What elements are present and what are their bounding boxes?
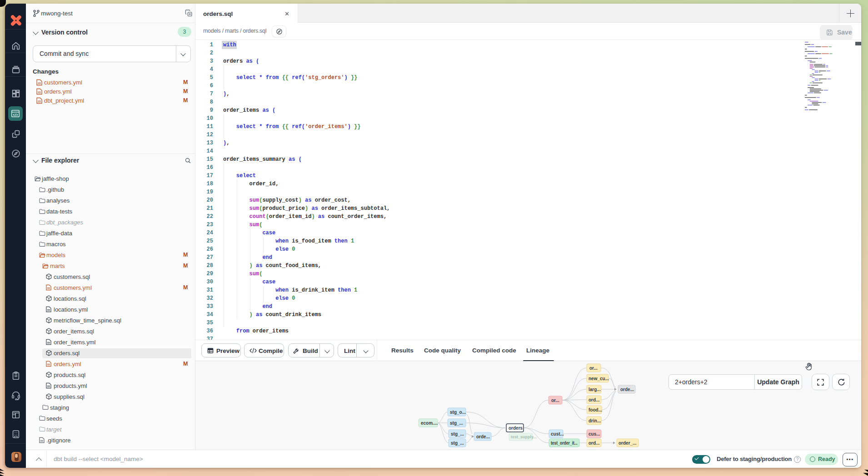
svg-text:or...: or... bbox=[551, 398, 559, 403]
svg-text:ecom....: ecom.... bbox=[421, 421, 438, 426]
svg-text:stg_...: stg_... bbox=[450, 421, 463, 426]
svg-text:larg...: larg... bbox=[589, 387, 601, 392]
svg-text:test_order_it...: test_order_it... bbox=[551, 441, 578, 446]
svg-text:new_cu...: new_cu... bbox=[589, 376, 609, 381]
svg-text:drin...: drin... bbox=[589, 418, 601, 423]
svg-text:ord...: ord... bbox=[589, 441, 600, 446]
svg-text:stg_o...: stg_o... bbox=[450, 410, 466, 415]
svg-text:order_...: order_... bbox=[619, 441, 637, 446]
svg-text:test_supply...: test_supply... bbox=[511, 435, 537, 439]
svg-text:orde...: orde... bbox=[476, 434, 490, 439]
svg-text:stg_...: stg_... bbox=[451, 431, 464, 436]
svg-text:cust...: cust... bbox=[551, 431, 564, 436]
svg-text:ord...: ord... bbox=[589, 397, 600, 402]
svg-text:or...: or... bbox=[589, 366, 598, 371]
svg-text:stg_...: stg_... bbox=[451, 441, 464, 446]
svg-text:food...: food... bbox=[589, 407, 602, 412]
svg-text:orders: orders bbox=[509, 426, 523, 431]
svg-text:cus...: cus... bbox=[589, 431, 600, 436]
svg-text:orde...: orde... bbox=[620, 387, 634, 392]
